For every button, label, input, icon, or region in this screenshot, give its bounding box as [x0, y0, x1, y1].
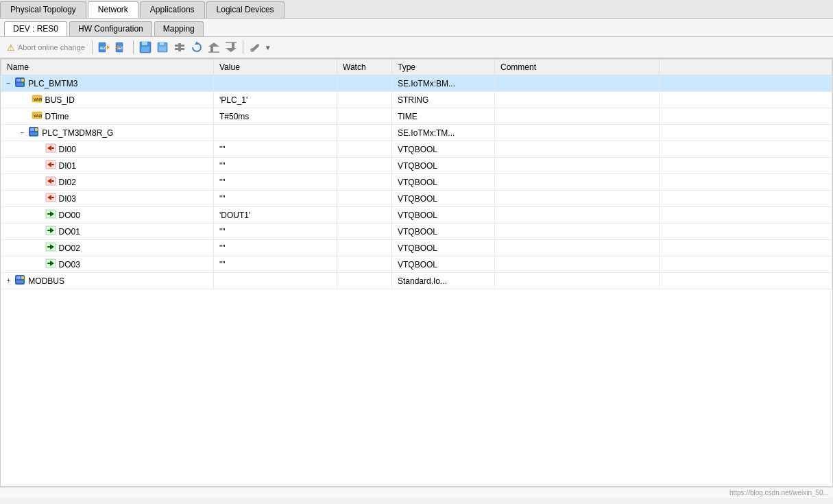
- watch-cell: [337, 174, 392, 191]
- watch-cell: [337, 256, 392, 273]
- wrench-btn[interactable]: [248, 40, 263, 55]
- arrow-down-btn[interactable]: [224, 40, 239, 55]
- tab-hw-configuration[interactable]: HW Configuration: [69, 21, 152, 36]
- type-cell: VTQBOOL: [392, 240, 495, 256]
- arrow-up-btn[interactable]: [206, 40, 221, 55]
- tab-logical-devices[interactable]: Logical Devices: [206, 1, 285, 18]
- comment-cell: [495, 108, 660, 125]
- extra-cell: [660, 273, 832, 289]
- comment-cell: [495, 92, 660, 108]
- type-cell: TIME: [392, 108, 495, 125]
- svg-text:VAR: VAR: [34, 114, 43, 118]
- table-row[interactable]: DI00""VTQBOOL: [1, 141, 832, 158]
- type-cell: STRING: [392, 92, 495, 108]
- refresh-btn[interactable]: [189, 40, 204, 55]
- value-cell: [214, 125, 337, 141]
- table-row[interactable]: DI01""VTQBOOL: [1, 158, 832, 174]
- tab-physical-topology[interactable]: Physical Topology: [0, 1, 86, 18]
- row-name-text: DO03: [59, 260, 80, 269]
- expand-icon[interactable]: +: [7, 277, 11, 285]
- import-btn-2[interactable]: IEC: [114, 40, 129, 55]
- bus-icon: VAR: [32, 93, 43, 106]
- svg-rect-26: [21, 79, 24, 82]
- col-header-watch: Watch: [337, 60, 392, 75]
- watch-cell: [337, 240, 392, 256]
- extra-cell: [660, 224, 832, 240]
- table-row[interactable]: DI02""VTQBOOL: [1, 174, 832, 191]
- tab-dev-res0[interactable]: DEV : RES0: [4, 21, 67, 36]
- col-header-value: Value: [214, 60, 337, 75]
- tab-applications[interactable]: Applications: [140, 1, 205, 18]
- comment-cell: [495, 141, 660, 158]
- variables-table: Name Value Watch Type Comment − PLC_BMTM…: [1, 59, 832, 289]
- bottom-url: https://blog.csdn.net/weixin_50...: [729, 489, 829, 496]
- separator-2: [133, 40, 134, 54]
- name-cell: − PLC_BMTM3: [1, 75, 214, 92]
- save-btn[interactable]: [138, 40, 153, 55]
- tools-btn[interactable]: [172, 40, 187, 55]
- table-row[interactable]: − PLC_BMTM3SE.IoTMx:BM...: [1, 75, 832, 92]
- input-arrow-icon: [45, 176, 56, 189]
- table-row[interactable]: VAR BUS_ID'PLC_1'STRING: [1, 92, 832, 108]
- table-row[interactable]: DO02""VTQBOOL: [1, 240, 832, 256]
- value-cell: [214, 75, 337, 92]
- extra-cell: [660, 92, 832, 108]
- type-cell: VTQBOOL: [392, 191, 495, 207]
- svg-rect-55: [16, 276, 21, 279]
- name-cell: − PLC_TM3DM8R_G: [1, 125, 214, 141]
- table-row[interactable]: − PLC_TM3DM8R_GSE.IoTMx:TM...: [1, 125, 832, 141]
- tab-mapping[interactable]: Mapping: [154, 21, 204, 36]
- svg-point-28: [22, 84, 23, 85]
- table-row[interactable]: DO01""VTQBOOL: [1, 224, 832, 240]
- value-cell: "": [214, 158, 337, 174]
- type-cell: SE.IoTMx:BM...: [392, 75, 495, 92]
- name-cell: DI01: [1, 158, 214, 174]
- extra-cell: [660, 108, 832, 125]
- dropdown-arrow[interactable]: ▼: [265, 44, 271, 51]
- table-header-row: Name Value Watch Type Comment: [1, 60, 832, 75]
- name-cell: DI00: [1, 141, 214, 158]
- value-cell: "": [214, 191, 337, 207]
- name-cell: DI02: [1, 174, 214, 191]
- collapse-icon[interactable]: −: [21, 129, 25, 136]
- output-arrow-icon: [45, 241, 56, 254]
- row-name-text: DO02: [59, 243, 80, 253]
- table-row[interactable]: + MODBUSStandard.Io...: [1, 273, 832, 289]
- table-row[interactable]: DI03""VTQBOOL: [1, 191, 832, 207]
- svg-point-58: [22, 281, 23, 283]
- extra-cell: [660, 125, 832, 141]
- save-all-btn[interactable]: [155, 40, 170, 55]
- svg-rect-35: [35, 128, 38, 131]
- table-row[interactable]: VAR DTimeT#50msTIME: [1, 108, 832, 125]
- table-row[interactable]: DO00'DOUT1'VTQBOOL: [1, 207, 832, 224]
- extra-cell: [660, 256, 832, 273]
- plc-icon: [28, 126, 39, 139]
- tab-network[interactable]: Network: [88, 1, 138, 18]
- value-cell: 'DOUT1': [214, 207, 337, 224]
- extra-cell: [660, 207, 832, 224]
- table-row[interactable]: DO03""VTQBOOL: [1, 256, 832, 273]
- output-arrow-icon: [45, 208, 56, 221]
- col-header-comment: Comment: [495, 60, 660, 75]
- output-arrow-icon: [45, 258, 56, 271]
- value-cell: "": [214, 256, 337, 273]
- row-name-text: PLC_TM3DM8R_G: [42, 128, 113, 138]
- svg-rect-7: [142, 42, 147, 45]
- abort-online-change[interactable]: ⚠ Abort online change: [4, 41, 88, 54]
- extra-cell: [660, 141, 832, 158]
- comment-cell: [495, 75, 660, 92]
- row-name-text: PLC_BMTM3: [28, 79, 77, 88]
- abort-label: Abort online change: [18, 43, 85, 51]
- comment-cell: [495, 224, 660, 240]
- import-btn-1[interactable]: IEC: [97, 40, 112, 55]
- svg-text:IEC: IEC: [100, 46, 108, 50]
- watch-cell: [337, 273, 392, 289]
- type-cell: SE.IoTMx:TM...: [392, 125, 495, 141]
- row-name-text: MODBUS: [28, 276, 64, 286]
- watch-cell: [337, 125, 392, 141]
- type-cell: VTQBOOL: [392, 256, 495, 273]
- name-cell: DI03: [1, 191, 214, 207]
- plc-icon: [14, 274, 25, 287]
- value-cell: T#50ms: [214, 108, 337, 125]
- collapse-icon[interactable]: −: [7, 80, 11, 87]
